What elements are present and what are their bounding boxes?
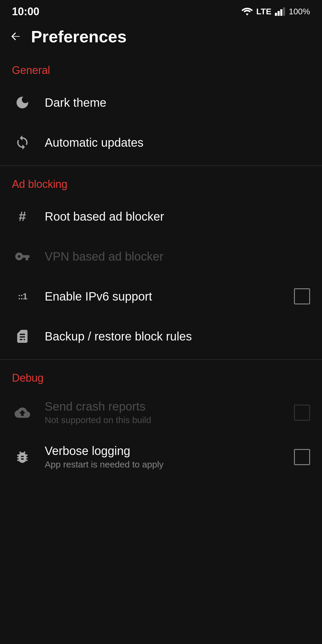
refresh-icon — [12, 132, 33, 153]
divider-1 — [0, 165, 322, 166]
send-crash-reports-checkbox — [294, 405, 310, 421]
ipv6-icon: ::1 — [12, 286, 33, 307]
divider-2 — [0, 359, 322, 360]
automatic-updates-content: Automatic updates — [45, 136, 310, 149]
lte-indicator: LTE — [256, 7, 272, 16]
status-bar: 10:00 LTE 100% — [0, 0, 322, 21]
root-based-ad-blocker-title: Root based ad blocker — [45, 210, 310, 223]
send-crash-reports-content: Send crash reports Not supported on this… — [45, 400, 282, 425]
pref-root-based-ad-blocker[interactable]: # Root based ad blocker — [0, 196, 322, 236]
dark-theme-content: Dark theme — [45, 96, 310, 109]
send-crash-reports-subtitle: Not supported on this build — [45, 415, 282, 425]
verbose-logging-content: Verbose logging App restart is needed to… — [45, 444, 282, 470]
automatic-updates-title: Automatic updates — [45, 136, 310, 149]
signal-icon — [275, 7, 285, 16]
section-general: General Dark theme Automatic updates — [0, 55, 322, 162]
send-crash-reports-title: Send crash reports — [45, 400, 282, 413]
pref-vpn-based-ad-blocker: VPN based ad blocker — [0, 236, 322, 276]
dark-theme-title: Dark theme — [45, 96, 310, 109]
backup-restore-title: Backup / restore block rules — [45, 330, 310, 343]
sdcard-icon — [12, 326, 33, 347]
key-icon — [12, 246, 33, 267]
vpn-based-ad-blocker-title: VPN based ad blocker — [45, 250, 310, 263]
svg-rect-0 — [275, 13, 277, 16]
toolbar: Preferences — [0, 21, 322, 55]
back-button[interactable] — [9, 30, 22, 43]
svg-rect-2 — [280, 9, 282, 16]
backup-restore-content: Backup / restore block rules — [45, 330, 310, 343]
pref-dark-theme[interactable]: Dark theme — [0, 83, 322, 123]
pref-verbose-logging[interactable]: Verbose logging App restart is needed to… — [0, 435, 322, 479]
svg-rect-3 — [283, 7, 285, 16]
pref-automatic-updates[interactable]: Automatic updates — [0, 123, 322, 162]
enable-ipv6-content: Enable IPv6 support — [45, 290, 282, 303]
hash-icon: # — [12, 206, 33, 227]
pref-enable-ipv6[interactable]: ::1 Enable IPv6 support — [0, 276, 322, 316]
section-header-ad-blocking: Ad blocking — [0, 169, 322, 196]
status-icons: LTE 100% — [242, 7, 310, 16]
enable-ipv6-title: Enable IPv6 support — [45, 290, 282, 303]
cloud-upload-icon — [12, 402, 33, 423]
bug-icon — [12, 447, 33, 467]
verbose-logging-checkbox[interactable] — [294, 449, 310, 465]
pref-send-crash-reports: Send crash reports Not supported on this… — [0, 390, 322, 435]
battery-indicator: 100% — [289, 7, 310, 16]
enable-ipv6-checkbox[interactable] — [294, 288, 310, 304]
brightness-icon — [12, 92, 33, 113]
section-header-general: General — [0, 55, 322, 83]
section-header-debug: Debug — [0, 363, 322, 390]
status-time: 10:00 — [12, 5, 39, 18]
vpn-based-ad-blocker-content: VPN based ad blocker — [45, 250, 310, 263]
root-based-ad-blocker-content: Root based ad blocker — [45, 210, 310, 223]
verbose-logging-title: Verbose logging — [45, 444, 282, 458]
verbose-logging-subtitle: App restart is needed to apply — [45, 459, 282, 470]
section-ad-blocking: Ad blocking # Root based ad blocker VPN … — [0, 169, 322, 356]
section-debug: Debug Send crash reports Not supported o… — [0, 363, 322, 479]
page-title: Preferences — [31, 27, 127, 46]
pref-backup-restore[interactable]: Backup / restore block rules — [0, 316, 322, 356]
wifi-icon — [242, 7, 253, 16]
svg-rect-1 — [278, 11, 280, 16]
